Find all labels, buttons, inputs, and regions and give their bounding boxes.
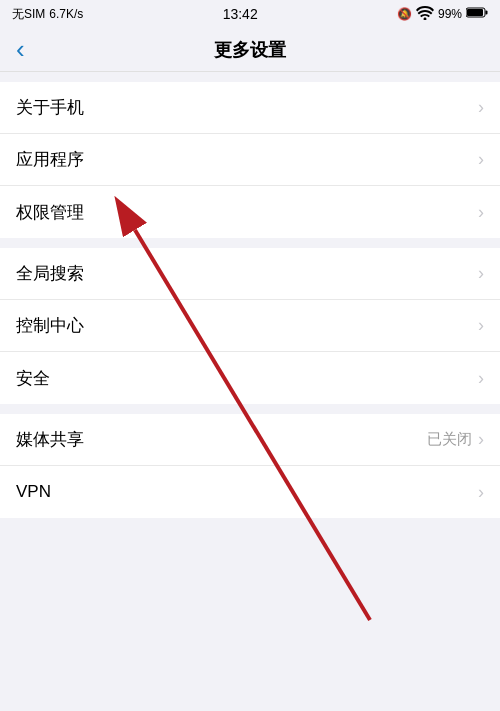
svg-rect-2 <box>467 9 483 16</box>
carrier-label: 无SIM <box>12 6 45 23</box>
chevron-icon: › <box>478 315 484 336</box>
settings-item-about-phone[interactable]: 关于手机 › <box>0 82 500 134</box>
settings-group-2: 全局搜索 › 控制中心 › 安全 › <box>0 248 500 404</box>
page-title: 更多设置 <box>214 38 286 62</box>
status-time: 13:42 <box>223 6 258 22</box>
vpn-label: VPN <box>16 482 51 502</box>
global-search-label: 全局搜索 <box>16 262 84 285</box>
settings-container: 关于手机 › 应用程序 › 权限管理 › 全局搜索 <box>0 72 500 518</box>
svg-rect-1 <box>485 11 487 15</box>
settings-item-global-search[interactable]: 全局搜索 › <box>0 248 500 300</box>
settings-item-permissions[interactable]: 权限管理 › <box>0 186 500 238</box>
settings-item-vpn[interactable]: VPN › <box>0 466 500 518</box>
settings-item-media-sharing[interactable]: 媒体共享 已关闭 › <box>0 414 500 466</box>
mute-icon: 🔕 <box>397 7 412 21</box>
back-button[interactable]: ‹ <box>16 34 25 65</box>
security-label: 安全 <box>16 367 50 390</box>
speed-label: 6.7K/s <box>49 7 83 21</box>
chevron-icon: › <box>478 368 484 389</box>
chevron-icon: › <box>478 97 484 118</box>
back-chevron-icon: ‹ <box>16 34 25 65</box>
status-right: 🔕 99% <box>397 6 488 23</box>
battery-icon <box>466 7 488 21</box>
chevron-icon: › <box>478 149 484 170</box>
chevron-icon: › <box>478 202 484 223</box>
chevron-icon: › <box>478 263 484 284</box>
settings-group-1: 关于手机 › 应用程序 › 权限管理 › <box>0 82 500 238</box>
battery-label: 99% <box>438 7 462 21</box>
about-phone-label: 关于手机 <box>16 96 84 119</box>
media-sharing-label: 媒体共享 <box>16 428 84 451</box>
settings-item-applications[interactable]: 应用程序 › <box>0 134 500 186</box>
settings-item-control-center[interactable]: 控制中心 › <box>0 300 500 352</box>
chevron-icon: › <box>478 429 484 450</box>
status-bar: 无SIM 6.7K/s 13:42 🔕 99% <box>0 0 500 28</box>
settings-group-3: 媒体共享 已关闭 › VPN › <box>0 414 500 518</box>
nav-bar: ‹ 更多设置 <box>0 28 500 72</box>
media-sharing-value: 已关闭 <box>427 430 472 449</box>
wifi-icon <box>416 6 434 23</box>
permissions-label: 权限管理 <box>16 201 84 224</box>
applications-label: 应用程序 <box>16 148 84 171</box>
status-left: 无SIM 6.7K/s <box>12 6 83 23</box>
settings-item-security[interactable]: 安全 › <box>0 352 500 404</box>
control-center-label: 控制中心 <box>16 314 84 337</box>
chevron-icon: › <box>478 482 484 503</box>
